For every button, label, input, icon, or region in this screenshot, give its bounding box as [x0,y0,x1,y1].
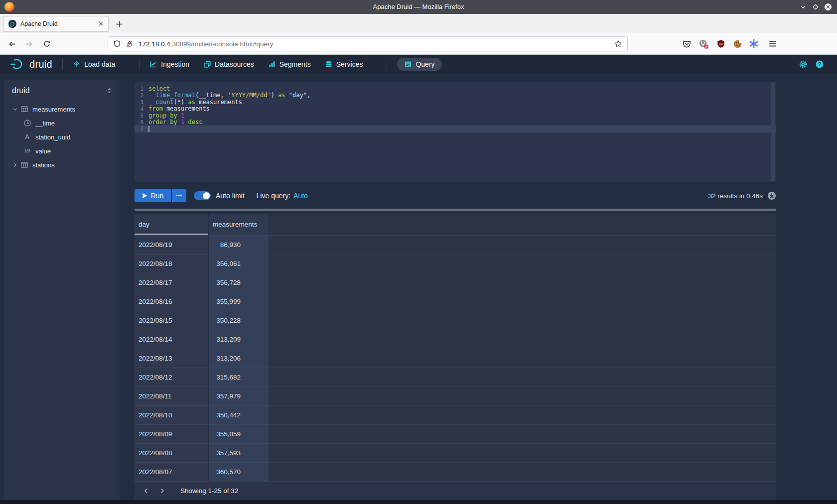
cell-day[interactable]: 2022/08/15 [135,311,209,330]
nav-item-label: Services [336,60,363,68]
browser-tab[interactable]: Apache Druid [3,16,109,31]
cell-measurements[interactable]: 357,593 [209,443,269,462]
table-row[interactable]: 2022/08/15350,228 [135,311,776,330]
nav-item-label: Datasources [215,60,254,68]
next-page-button[interactable] [155,485,168,498]
tree-item-value[interactable]: 123value [4,144,120,158]
extension-icon[interactable] [698,39,708,49]
nav-item-services[interactable]: Services [325,60,363,68]
cell-day[interactable]: 2022/08/08 [135,443,209,462]
row-filler [269,386,776,405]
cell-day[interactable]: 2022/08/07 [135,462,209,481]
cell-measurements[interactable]: 86,930 [209,235,269,254]
insecure-lock-icon[interactable] [126,40,134,48]
cell-day[interactable]: 2022/08/19 [135,235,209,254]
table-row[interactable]: 2022/08/08357,593 [135,443,776,462]
cell-measurements[interactable]: 356,061 [209,254,269,273]
table-row[interactable]: 2022/08/11357,979 [135,386,776,405]
ublock-shield-icon[interactable]: uO [716,39,726,49]
bookmark-star-icon[interactable] [614,40,622,48]
column-header-day[interactable]: day [135,214,209,235]
cell-day[interactable]: 2022/08/10 [135,405,209,424]
cell-measurements[interactable]: 355,059 [209,424,269,443]
cell-day[interactable]: 2022/08/11 [135,386,209,405]
druid-navbar: druid Load dataIngestionDatasourcesSegme… [0,55,837,74]
tree-item-measurements[interactable]: measurements [4,102,120,116]
results-divider[interactable] [135,209,776,211]
nav-item-ingestion[interactable]: Ingestion [149,60,189,68]
forward-button[interactable] [23,38,35,50]
tracking-protection-shield-icon[interactable] [113,40,121,48]
window-close-button[interactable] [824,3,832,11]
download-results-icon[interactable] [767,191,776,200]
cell-measurements[interactable]: 360,570 [209,462,269,481]
table-row[interactable]: 2022/08/12315,682 [135,368,776,386]
settings-gear-icon[interactable] [799,60,808,69]
tree-item-stations[interactable]: stations [4,158,120,172]
table-row[interactable]: 2022/08/16355,999 [135,292,776,311]
column-header-measurements[interactable]: measurements [209,214,269,235]
cookie-icon[interactable] [732,39,742,49]
cell-measurements[interactable]: 357,979 [209,386,269,405]
pocket-icon[interactable] [682,39,692,49]
row-filler [269,330,776,349]
query-editor[interactable]: 1234567 select time_format(__time, 'YYYY… [135,82,776,182]
cell-measurements[interactable]: 355,999 [209,292,269,311]
live-query-value[interactable]: Auto [293,192,308,200]
chev-down-icon[interactable] [11,106,19,113]
schema-sidebar: druid measurements__timeAstation_uuid123… [4,80,120,500]
nav-item-segments[interactable]: Segments [268,60,311,68]
table-row[interactable]: 2022/08/1986,930 [135,235,776,254]
window-minimize-button[interactable] [799,3,807,11]
cell-measurements[interactable]: 350,442 [209,405,269,424]
cell-day[interactable]: 2022/08/17 [135,273,209,292]
cell-measurements[interactable]: 356,728 [209,273,269,292]
window-maximize-button[interactable] [812,3,820,11]
table-row[interactable]: 2022/08/14313,209 [135,330,776,349]
druid-brand[interactable]: druid [10,58,52,71]
nav-item-query[interactable]: Query [397,58,441,71]
url-bar[interactable]: 172.18.0.4:30899/unified-console.html#qu… [108,36,628,51]
help-icon[interactable]: ? [815,60,824,69]
previous-page-button[interactable] [140,485,152,498]
tree-item-time[interactable]: __time [4,116,120,130]
cell-day[interactable]: 2022/08/14 [135,330,209,349]
code-line [148,126,310,132]
back-button[interactable] [6,38,18,50]
extension-asterisk-icon[interactable] [749,39,759,49]
run-more-button[interactable]: ••• [172,189,186,202]
editor-scrollbar[interactable] [771,83,775,181]
table-row[interactable]: 2022/08/17356,728 [135,273,776,292]
tab-close-icon[interactable] [98,20,104,27]
chev-right-icon[interactable] [11,162,19,168]
table-row[interactable]: 2022/08/09355,059 [135,424,776,443]
table-row[interactable]: 2022/08/10350,442 [135,405,776,424]
menu-hamburger-icon[interactable] [768,39,778,49]
cell-measurements[interactable]: 315,682 [209,368,269,386]
cell-measurements[interactable]: 350,228 [209,311,269,330]
new-tab-button[interactable] [114,18,125,29]
table-row[interactable]: 2022/08/18356,061 [135,254,776,273]
line-number: 1 [135,86,145,92]
cell-measurements[interactable]: 313,206 [209,349,269,368]
cell-measurements[interactable]: 313,209 [209,330,269,349]
window-titlebar: Apache Druid — Mozilla Firefox [0,0,837,14]
cell-day[interactable]: 2022/08/13 [135,349,209,368]
druid-brand-name: druid [29,59,52,70]
cell-day[interactable]: 2022/08/16 [135,292,209,311]
run-button[interactable]: Run [135,189,171,202]
code-line: from measurements [148,106,310,112]
nav-item-datasources[interactable]: Datasources [203,60,254,68]
table-icon [20,105,28,113]
nav-divider [139,59,140,70]
cell-day[interactable]: 2022/08/09 [135,424,209,443]
cell-day[interactable]: 2022/08/18 [135,254,209,273]
reload-button[interactable] [41,38,53,50]
cell-day[interactable]: 2022/08/12 [135,368,209,386]
nav-item-load-data[interactable]: Load data [73,60,115,68]
schema-sort-icon[interactable] [106,87,113,94]
table-row[interactable]: 2022/08/07360,570 [135,462,776,481]
tree-item-station-uuid[interactable]: Astation_uuid [4,130,120,144]
auto-limit-toggle[interactable] [194,191,211,200]
table-row[interactable]: 2022/08/13313,206 [135,349,776,368]
